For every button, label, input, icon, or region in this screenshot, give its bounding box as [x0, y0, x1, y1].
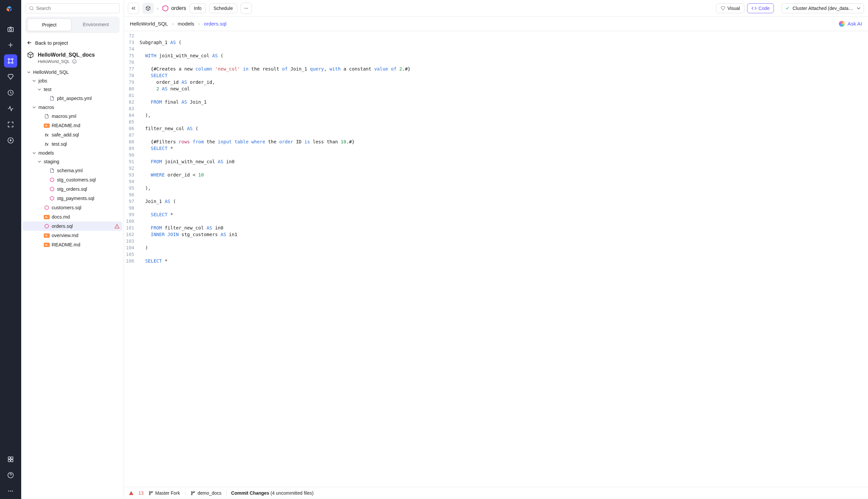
- left-rail: [0, 0, 21, 499]
- collapse-button[interactable]: [128, 3, 139, 14]
- entity-title: orders: [162, 5, 186, 12]
- rail-help-icon[interactable]: [4, 468, 17, 482]
- rail-pipeline-icon[interactable]: [4, 54, 17, 68]
- rail-activity-icon[interactable]: [4, 102, 17, 115]
- hex-icon: [49, 195, 55, 201]
- search-icon: [29, 5, 34, 11]
- tree-node-macros-readme[interactable]: M↓README.md: [23, 121, 122, 130]
- tree-node-schema[interactable]: schema.yml: [23, 166, 122, 175]
- warning-icon: [114, 223, 120, 229]
- tree-node-staging[interactable]: staging: [23, 157, 122, 166]
- svg-point-28: [246, 8, 246, 9]
- commit-changes-button[interactable]: Commit Changes (4 uncommitted files): [231, 490, 314, 496]
- cube-icon-button[interactable]: [143, 3, 154, 14]
- schedule-button[interactable]: Schedule: [209, 3, 237, 13]
- crumb-c[interactable]: orders.sql: [204, 21, 226, 27]
- project-header: HelloWorld_SQL_docs HelloWorld_SQL: [21, 49, 123, 67]
- tree-node-macros[interactable]: macros: [23, 103, 122, 112]
- svg-marker-24: [45, 206, 49, 210]
- rail-camera-icon[interactable]: [4, 23, 17, 36]
- visual-toggle[interactable]: Visual: [716, 3, 745, 13]
- main-area: › orders Info Schedule Visual Code: [124, 0, 868, 499]
- back-to-project-link[interactable]: Back to project: [21, 36, 123, 49]
- fx-icon: fx: [44, 132, 50, 138]
- crumb-a[interactable]: HelloWorld_SQL: [130, 21, 168, 27]
- file-tree: HelloWorld_SQL jobs test pbt_aspects.yml…: [21, 67, 123, 499]
- md-icon: M↓: [44, 123, 50, 128]
- hex-icon: [44, 205, 50, 210]
- tree-node-readme[interactable]: M↓README.md: [23, 240, 122, 250]
- tree-node-models[interactable]: models: [23, 149, 122, 157]
- project-title: HelloWorld_SQL_docs: [38, 52, 95, 58]
- code-content[interactable]: Subgraph_1 AS ( WITH join1_with_new_col …: [137, 31, 410, 487]
- line-gutter: 7273747576777879808182838485868788899091…: [124, 31, 137, 487]
- tree-node-orders[interactable]: orders.sql: [23, 221, 122, 231]
- tree-node-jobs-test[interactable]: test: [23, 85, 122, 94]
- svg-point-29: [247, 8, 248, 9]
- search-input[interactable]: [36, 5, 116, 11]
- svg-marker-21: [50, 178, 54, 182]
- rail-gem-icon[interactable]: [4, 70, 17, 83]
- topbar: › orders Info Schedule Visual Code: [124, 0, 868, 17]
- hex-icon: [162, 5, 169, 12]
- file-icon: [49, 95, 55, 101]
- md-icon: M↓: [44, 215, 50, 219]
- code-toggle[interactable]: Code: [747, 3, 774, 13]
- svg-point-4: [10, 28, 12, 31]
- tree-node-test-sql[interactable]: fxtest.sql: [23, 139, 122, 149]
- hex-icon: [49, 177, 55, 183]
- ask-ai-button[interactable]: Ask AI: [839, 21, 862, 27]
- info-button[interactable]: Info: [190, 3, 206, 13]
- svg-point-30: [149, 491, 150, 492]
- warning-icon[interactable]: [129, 490, 134, 496]
- svg-point-5: [8, 58, 9, 60]
- sidebar-tabbar: Project Environment: [25, 16, 120, 33]
- svg-point-16: [8, 491, 9, 492]
- rail-clock-icon[interactable]: [4, 86, 17, 99]
- tree-node-pbt-aspects[interactable]: pbt_aspects.yml: [23, 94, 122, 103]
- rail-grid-icon[interactable]: [4, 453, 17, 466]
- svg-point-33: [191, 491, 192, 492]
- tree-node-stg-customers[interactable]: stg_customers.sql: [23, 175, 122, 184]
- tree-node-root[interactable]: HelloWorld_SQL: [23, 68, 122, 76]
- sidebar: Project Environment Back to project Hell…: [21, 0, 124, 499]
- cube-icon: [26, 51, 35, 59]
- file-icon: [44, 113, 50, 119]
- app-logo-icon: [5, 5, 15, 15]
- rail-expand-icon[interactable]: [4, 118, 17, 131]
- gem-icon: [720, 5, 725, 11]
- branch-icon: [148, 491, 153, 496]
- tree-node-docs[interactable]: M↓docs.md: [23, 212, 122, 221]
- chevron-right-icon: ›: [157, 5, 159, 11]
- tree-node-macros-yml[interactable]: macros.yml: [23, 112, 122, 121]
- tab-project[interactable]: Project: [27, 19, 72, 31]
- svg-point-17: [10, 491, 11, 492]
- branch-b[interactable]: demo_docs: [191, 490, 221, 496]
- code-icon: [751, 5, 757, 11]
- code-editor[interactable]: 7273747576777879808182838485868788899091…: [124, 31, 868, 487]
- svg-rect-11: [8, 457, 10, 459]
- rail-download-icon[interactable]: [4, 134, 17, 147]
- tree-node-safe-add[interactable]: fxsafe_add.sql: [23, 130, 122, 139]
- info-icon[interactable]: [72, 59, 77, 64]
- tree-node-customers[interactable]: customers.sql: [23, 203, 122, 212]
- md-icon: M↓: [44, 233, 50, 238]
- rail-more-icon[interactable]: [4, 484, 17, 498]
- tree-node-overview[interactable]: M↓overview.md: [23, 231, 122, 240]
- tree-node-stg-payments[interactable]: stg_payments.sql: [23, 194, 122, 203]
- crumb-b[interactable]: models: [178, 21, 194, 27]
- tab-environment[interactable]: Environment: [74, 19, 118, 31]
- tree-node-stg-orders[interactable]: stg_orders.sql: [23, 184, 122, 194]
- svg-marker-25: [45, 224, 49, 228]
- hex-icon: [49, 186, 55, 192]
- search-input-wrap[interactable]: [25, 3, 120, 13]
- rail-add-icon[interactable]: [4, 38, 17, 52]
- breadcrumb: HelloWorld_SQL › models › orders.sql Ask…: [124, 17, 868, 31]
- cluster-selector[interactable]: Cluster Attached (dev_databr…: [781, 3, 864, 13]
- more-button[interactable]: [241, 3, 252, 14]
- warning-count[interactable]: 13: [138, 490, 144, 496]
- chevron-down-icon: [857, 6, 860, 10]
- svg-point-8: [12, 62, 13, 63]
- branch-a[interactable]: Master Fork: [148, 490, 180, 496]
- tree-node-jobs[interactable]: jobs: [23, 76, 122, 85]
